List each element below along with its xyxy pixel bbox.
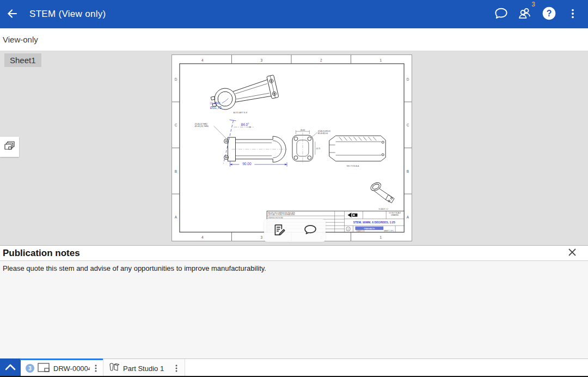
end-view	[292, 132, 313, 164]
zone-col-label: 1	[379, 235, 382, 239]
publication-notes-header: Publication notes	[0, 246, 588, 261]
tab-label: DRW-000041	[53, 364, 90, 373]
tb-scale: SCALE 1:25	[356, 230, 365, 232]
comment-bubble-icon	[303, 222, 318, 239]
view-mode-label: View-only	[3, 35, 38, 44]
tab-label: Part Studio 1	[123, 364, 164, 373]
overflow-menu-button[interactable]	[561, 0, 585, 28]
chat-bubble-icon	[494, 6, 509, 22]
app-bar-actions: 3 ?	[489, 0, 588, 28]
drawing-sheet-icon	[38, 363, 50, 374]
stacked-sheets-icon	[3, 139, 16, 154]
zone-col-label: 2	[320, 58, 322, 62]
dim-length: 90.00	[242, 162, 252, 166]
zone-row-label: A	[175, 215, 177, 219]
zone-row-label: A	[407, 215, 409, 219]
expand-tabs-button[interactable]	[0, 358, 21, 377]
part-studio-icon	[108, 362, 119, 375]
floating-toolbar	[264, 219, 326, 242]
tab-menu-button[interactable]	[90, 359, 102, 377]
publication-notes-title: Publication notes	[3, 248, 80, 259]
tab-badge: 3	[26, 364, 34, 373]
share-count-badge: 3	[531, 1, 535, 8]
comments-button[interactable]	[489, 0, 513, 28]
end-view-dimensions: 26.00 4X Ø4.20 Ø13.05 Ø5.08 Ø11.00 41.75	[296, 129, 330, 155]
tab-drawing[interactable]: 3 DRW-000041	[21, 359, 103, 377]
comment-button[interactable]	[297, 220, 323, 241]
overflow-dots-icon	[567, 8, 579, 21]
aux-view-label: AUXILIARY B-B	[233, 112, 247, 114]
bolt-note: Ø5.08 Ø11.00	[318, 132, 328, 135]
publication-notes-panel: Publication notes Please quote this stem…	[0, 245, 588, 358]
tb-rev-cell: PRASHANTH	[364, 228, 375, 230]
share-users-button[interactable]: 3	[513, 0, 537, 28]
publication-notes-button[interactable]	[266, 220, 292, 241]
tb-note: CRITICAL TO FUNCTION FEATURES	[268, 214, 295, 216]
section-view-label: SECTION A-A	[347, 165, 359, 167]
zone-col-label: 3	[260, 235, 262, 239]
zone-row-label: D	[407, 77, 409, 81]
help-button[interactable]: ?	[537, 0, 561, 28]
back-button[interactable]	[0, 0, 24, 28]
front-view-dimensions: 84.0° 90.00 2X Ø4.20 THRU Ø5.08 (2X) THR…	[195, 120, 287, 167]
front-view	[224, 136, 287, 162]
drawing-sheet[interactable]: 4 3 2 1 4 3 2 1 D C B A D C B A	[171, 54, 412, 241]
dim-angle: 84.0°	[241, 123, 249, 126]
app-screen: STEM (View only) 3	[0, 0, 588, 377]
dim-aux-diameter: Ø31,75	[210, 106, 222, 110]
app-bar: STEM (View only) 3	[0, 0, 588, 28]
zone-row-label: C	[407, 123, 409, 127]
dim-plate-height: 41.75	[316, 148, 321, 150]
zone-col-label: 4	[201, 235, 204, 239]
svg-text:?: ?	[546, 9, 552, 18]
drawing-sheet-svg: 4 3 2 1 4 3 2 1 D C B A D C B A	[172, 55, 412, 241]
view-mode-bar: View-only	[0, 28, 588, 51]
zone-col-label: 1	[379, 58, 382, 62]
zone-col-label: 4	[201, 58, 204, 62]
zone-row-label: D	[175, 77, 177, 81]
zone-row-label: C	[175, 123, 177, 127]
people-icon	[517, 6, 532, 23]
note-edit-icon	[272, 223, 286, 239]
sheets-panel-button[interactable]	[0, 137, 19, 157]
sheet-tab[interactable]: Sheet1	[4, 53, 41, 67]
dim-aux-ref: (1.250)	[210, 101, 220, 105]
zone-row-label: B	[407, 169, 409, 173]
close-publication-notes-button[interactable]	[564, 246, 580, 260]
tb-title: STEM, 90MM, 6 DEGREES, 1:25	[353, 221, 395, 224]
tab-menu-button[interactable]	[169, 359, 183, 377]
tb-sheet: SHEET 1 OF 1	[384, 230, 394, 232]
drawing-canvas[interactable]: Sheet1	[0, 51, 588, 245]
aux-view-dimensions: (1.250) Ø31,75 AUXILIARY B-B	[210, 99, 248, 114]
close-icon	[567, 247, 577, 259]
publication-notes-body: Please quote this stem and advise of any…	[0, 261, 588, 276]
dim-plate-width: 26.00	[301, 129, 305, 131]
tb-dns: DRAWING	[391, 214, 399, 216]
zone-row-label: B	[175, 169, 177, 173]
bottom-tab-bar: 3 DRW-000041 Pa	[0, 358, 588, 377]
chevron-up-icon	[3, 362, 17, 374]
hole-note: Ø5.08 (2X) THRU	[195, 125, 209, 127]
zone-col-label: 3	[260, 58, 262, 62]
section-view	[329, 136, 386, 161]
help-icon: ?	[542, 6, 556, 22]
tab-part-studio[interactable]: Part Studio 1	[103, 359, 185, 377]
iso-scale-label: SCALE 1:2	[378, 208, 388, 210]
back-arrow-icon	[5, 7, 19, 22]
page-title: STEM (View only)	[29, 9, 106, 20]
iso-view	[369, 181, 394, 203]
